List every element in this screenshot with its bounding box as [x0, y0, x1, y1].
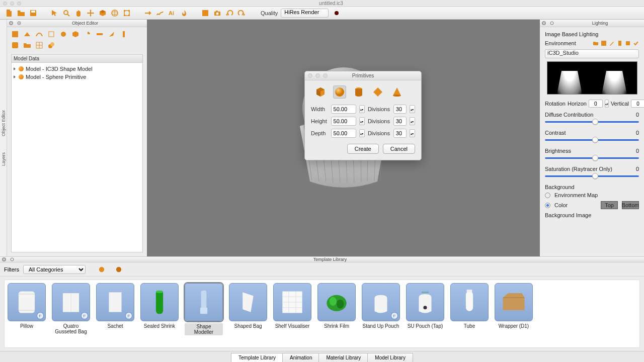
library-thumbnail[interactable]: F [52, 283, 90, 321]
arrow-right-icon[interactable] [143, 8, 153, 18]
library-thumbnail[interactable] [273, 283, 311, 321]
obj-tool-8-icon[interactable] [96, 30, 104, 38]
envmap-radio[interactable] [545, 193, 550, 198]
horizon-input[interactable] [589, 100, 603, 108]
divisions-2-stepper[interactable]: ▴▾ [410, 117, 415, 125]
camera-icon[interactable] [212, 8, 222, 18]
globe-icon[interactable] [110, 8, 120, 18]
redo-icon[interactable] [236, 8, 247, 18]
panel-close-icon[interactable] [8, 20, 14, 26]
width-stepper[interactable]: ▴▾ [359, 105, 365, 113]
divisions-2-input[interactable] [393, 117, 407, 126]
tab-material-library[interactable]: Material Library [318, 353, 368, 362]
tab-animation[interactable]: Animation [282, 353, 319, 362]
filter-fire-2-icon[interactable] [116, 266, 122, 273]
new-file-icon[interactable] [4, 8, 14, 18]
window-traffic-lights[interactable] [3, 2, 21, 6]
filter-fire-1-icon[interactable] [99, 266, 105, 273]
tab-model-library[interactable]: Model Library [367, 353, 413, 362]
obj-tool-9-icon[interactable] [108, 30, 116, 38]
top-color-button[interactable]: Top [601, 201, 618, 209]
env-folder-icon[interactable] [593, 40, 599, 46]
env-save-icon[interactable] [601, 40, 607, 46]
primitive-cube-icon[interactable] [314, 85, 327, 99]
graph-icon[interactable] [155, 8, 165, 18]
library-thumbnail[interactable] [140, 283, 179, 321]
obj-tool-2-icon[interactable] [23, 30, 31, 38]
ai-link-icon[interactable]: Ai [167, 8, 177, 18]
library-item[interactable]: F Pillow [8, 283, 46, 344]
zoom-icon[interactable] [61, 8, 71, 18]
env-action2-icon[interactable] [625, 40, 631, 46]
depth-stepper[interactable]: ▴▾ [359, 129, 365, 137]
tree-row[interactable]: Model - Sphere Primitive [14, 73, 140, 81]
library-thumbnail[interactable] [229, 283, 267, 321]
undo-icon[interactable] [224, 8, 234, 18]
obj-tool-10-icon[interactable] [120, 30, 128, 38]
panel-gear-icon[interactable] [9, 256, 15, 262]
bottom-color-button[interactable]: Bottom [622, 201, 639, 209]
env-edit-icon[interactable] [609, 40, 615, 46]
pan-icon[interactable] [73, 8, 84, 18]
color-radio[interactable] [545, 203, 550, 208]
tree-row[interactable]: Model - IC3D Shape Model [14, 65, 140, 73]
primitive-cylinder-icon[interactable] [352, 85, 365, 99]
tab-object-editor[interactable]: Object Editor [1, 107, 6, 139]
render-icon[interactable] [200, 8, 210, 18]
env-action1-icon[interactable] [617, 40, 623, 46]
library-thumbnail[interactable] [406, 283, 444, 321]
library-item[interactable]: F Stand Up Pouch [362, 283, 400, 344]
panel-close-icon[interactable] [1, 256, 7, 262]
primitive-cone-icon[interactable] [390, 85, 404, 99]
library-thumbnail[interactable]: F [362, 283, 400, 321]
height-stepper[interactable]: ▴▾ [359, 117, 365, 125]
library-item[interactable]: Shaped Bag [229, 283, 267, 344]
obj-tool-6-icon[interactable] [71, 30, 79, 38]
create-button[interactable]: Create [347, 144, 379, 154]
vertical-input[interactable] [631, 100, 644, 108]
library-thumbnail[interactable] [495, 283, 533, 321]
environment-select[interactable]: iC3D_Studio [545, 49, 639, 58]
obj-tool-5-icon[interactable] [59, 30, 67, 38]
brightness-slider[interactable] [545, 155, 639, 162]
obj-tool-11-icon[interactable] [11, 41, 19, 49]
environment-thumbnail[interactable] [547, 61, 637, 95]
divisions-1-input[interactable] [393, 105, 407, 114]
divisions-3-input[interactable] [393, 129, 407, 138]
contrast-slider[interactable] [545, 137, 639, 144]
disclosure-icon[interactable] [14, 75, 16, 78]
flame-icon[interactable] [179, 8, 189, 18]
height-input[interactable] [331, 117, 356, 126]
horizon-stepper[interactable]: ▴▾ [605, 100, 609, 108]
library-item[interactable]: F Quatro Gusseted Bag [52, 283, 90, 344]
tab-layers[interactable]: Layers [1, 149, 6, 169]
panel-gear-icon[interactable] [16, 20, 22, 26]
library-item[interactable]: SU Pouch (Tap) [406, 283, 444, 344]
obj-tool-3-icon[interactable] [35, 30, 43, 38]
obj-tool-12-icon[interactable] [23, 41, 31, 49]
library-item[interactable]: Shelf Visualiser [273, 283, 311, 344]
divisions-3-stepper[interactable]: ▴▾ [410, 129, 415, 137]
obj-tool-13-icon[interactable] [35, 41, 43, 49]
obj-tool-1-icon[interactable] [11, 30, 19, 38]
obj-tool-14-icon[interactable] [47, 41, 55, 49]
divisions-1-stepper[interactable]: ▴▾ [410, 105, 415, 113]
disclosure-icon[interactable] [14, 67, 16, 70]
panel-gear-icon[interactable] [549, 20, 555, 26]
move-icon[interactable] [86, 8, 96, 18]
library-thumbnail[interactable] [450, 283, 489, 321]
cube-tool-icon[interactable] [98, 8, 108, 18]
pointer-icon[interactable] [49, 8, 59, 18]
library-item[interactable]: Tube [450, 283, 489, 344]
obj-tool-4-icon[interactable] [47, 30, 55, 38]
library-item[interactable]: Shape Modeller [185, 283, 223, 344]
library-thumbnail[interactable]: F [8, 283, 46, 321]
library-thumbnail[interactable]: F [96, 283, 134, 321]
saturation-slider[interactable] [545, 173, 639, 180]
bounds-icon[interactable] [122, 8, 132, 18]
library-thumbnail[interactable] [185, 283, 223, 321]
cancel-button[interactable]: Cancel [383, 144, 415, 154]
depth-input[interactable] [331, 129, 356, 138]
width-input[interactable] [331, 105, 356, 114]
quality-select[interactable]: HiRes Render [281, 9, 329, 18]
